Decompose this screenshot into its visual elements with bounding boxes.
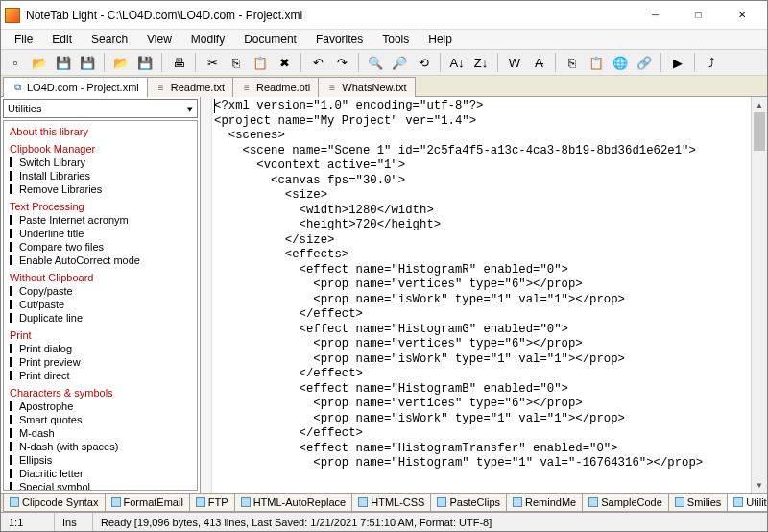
sidebar-item[interactable]: M-dash bbox=[10, 426, 191, 440]
sidebar-section-header: Characters & symbols bbox=[10, 386, 191, 399]
toolbar-strike-button[interactable]: A̶ bbox=[528, 52, 549, 73]
clipbook-tab-samplecode[interactable]: SampleCode bbox=[582, 494, 669, 512]
toolbar-run-button[interactable]: ▶ bbox=[667, 52, 688, 73]
text-editor[interactable]: <?xml version="1.0" encoding="utf-8"?> <… bbox=[201, 97, 767, 493]
menu-edit[interactable]: Edit bbox=[42, 31, 82, 48]
sidebar-item[interactable]: Print direct bbox=[10, 369, 191, 382]
status-insert-mode: Ins bbox=[55, 513, 93, 531]
sidebar-item[interactable]: Diacritic letter bbox=[10, 467, 191, 480]
toolbar-delete-button[interactable]: ✖ bbox=[274, 52, 295, 73]
menu-favorites[interactable]: Favorites bbox=[306, 31, 372, 48]
clipbook-tab-html-autoreplace[interactable]: HTML-AutoReplace bbox=[234, 494, 353, 512]
toolbar-save-button[interactable]: 💾 bbox=[53, 52, 74, 73]
sidebar-section-header: Print bbox=[10, 328, 191, 342]
clipbook-tab-remindme[interactable]: RemindMe bbox=[506, 494, 583, 512]
redo-icon: ↷ bbox=[337, 56, 348, 70]
word-icon: W bbox=[509, 56, 520, 70]
toolbar-paste-append-button[interactable]: 📋 bbox=[586, 52, 607, 73]
toolbar-find-button[interactable]: 🔍 bbox=[365, 52, 386, 73]
menu-search[interactable]: Search bbox=[82, 31, 137, 48]
menu-view[interactable]: View bbox=[137, 31, 181, 48]
clipbook-tab-clipcode syntax[interactable]: Clipcode Syntax bbox=[3, 494, 106, 512]
sidebar-item[interactable]: Install Libraries bbox=[10, 169, 191, 182]
editor-content[interactable]: <?xml version="1.0" encoding="utf-8"?> <… bbox=[214, 99, 750, 472]
sidebar-item[interactable]: Cut/paste bbox=[10, 298, 191, 311]
sidebar-item[interactable]: N-dash (with spaces) bbox=[10, 440, 191, 453]
sidebar-section-header: Text Processing bbox=[10, 200, 191, 213]
vertical-scrollbar[interactable]: ▲ ▼ bbox=[751, 97, 767, 493]
clipbook-tabs: Clipcode SyntaxFormatEmailFTPHTML-AutoRe… bbox=[1, 493, 767, 512]
sidebar-item[interactable]: Print preview bbox=[10, 355, 191, 369]
sidebar-item[interactable]: Underline title bbox=[10, 227, 191, 240]
close-button[interactable]: ✕ bbox=[720, 2, 763, 29]
sidebar-item[interactable]: Print dialog bbox=[10, 342, 191, 355]
paste-icon: 📋 bbox=[252, 56, 268, 70]
clipbook-icon bbox=[733, 497, 743, 507]
toolbar-open-fav-button[interactable]: 📂 bbox=[110, 52, 132, 73]
toolbar-separator bbox=[694, 53, 695, 72]
menu-tools[interactable]: Tools bbox=[372, 31, 419, 48]
file-tab-label: Readme.txt bbox=[171, 82, 225, 93]
toolbar-link-button[interactable]: 🔗 bbox=[634, 52, 655, 73]
toolbar-copy-append-button[interactable]: ⎘ bbox=[562, 52, 583, 73]
file-tab-0[interactable]: ⧉LO4D.com - Project.xml bbox=[3, 77, 148, 97]
sidebar-item[interactable]: Compare two files bbox=[10, 240, 191, 254]
clipbook-tab-pasteclips[interactable]: PasteClips bbox=[430, 494, 507, 512]
maximize-button[interactable]: □ bbox=[677, 2, 720, 29]
toolbar-sort-asc-button[interactable]: A↓ bbox=[446, 52, 468, 73]
toolbar-save-all-button[interactable]: 💾 bbox=[77, 52, 98, 73]
menu-help[interactable]: Help bbox=[419, 31, 462, 48]
menu-document[interactable]: Document bbox=[234, 31, 306, 48]
menu-file[interactable]: File bbox=[5, 31, 42, 48]
toolbar-web-button[interactable]: 🌐 bbox=[610, 52, 631, 73]
toolbar-open-button[interactable]: 📂 bbox=[29, 52, 50, 73]
file-tab-label: Readme.otl bbox=[256, 82, 310, 93]
sidebar-item[interactable]: Paste Internet acronym bbox=[10, 213, 191, 227]
toolbar-new-button[interactable]: ▫ bbox=[5, 52, 26, 73]
toolbar-replace-button[interactable]: ⟲ bbox=[413, 52, 434, 73]
sidebar-item[interactable]: Duplicate line bbox=[10, 311, 191, 325]
open-icon: 📂 bbox=[32, 56, 47, 70]
file-tab-1[interactable]: ≡Readme.txt bbox=[147, 77, 233, 97]
clipbook-tab-label: SampleCode bbox=[601, 496, 662, 508]
sidebar-item[interactable]: Apostrophe bbox=[10, 399, 191, 413]
sidebar-item[interactable]: Special symbol bbox=[10, 480, 191, 491]
scroll-up-arrow[interactable]: ▲ bbox=[752, 97, 767, 112]
sidebar-item[interactable]: Copy/paste bbox=[10, 284, 191, 298]
toolbar-save-fav-button[interactable]: 💾 bbox=[134, 52, 156, 73]
clipbook-tab-utilities[interactable]: Utilities bbox=[727, 494, 767, 512]
clipbook-icon bbox=[196, 497, 205, 507]
app-icon bbox=[5, 8, 20, 23]
toolbar-sort-desc-button[interactable]: Z↓ bbox=[470, 52, 492, 73]
file-tab-3[interactable]: ≡WhatsNew.txt bbox=[318, 77, 415, 97]
toolbar-exit-button[interactable]: ⤴ bbox=[701, 52, 722, 73]
toolbar-redo-button[interactable]: ↷ bbox=[331, 52, 352, 73]
toolbar-find-next-button[interactable]: 🔎 bbox=[389, 52, 410, 73]
clipbook-tab-html-css[interactable]: HTML-CSS bbox=[351, 494, 431, 512]
file-tab-2[interactable]: ≡Readme.otl bbox=[232, 77, 319, 97]
library-dropdown[interactable]: Utilities ▾ bbox=[3, 99, 198, 118]
save-all-icon: 💾 bbox=[80, 56, 95, 70]
sidebar-item[interactable]: Ellipsis bbox=[10, 453, 191, 467]
sidebar-item[interactable]: Remove Libraries bbox=[10, 182, 191, 196]
sidebar-item[interactable]: Enable AutoCorrect mode bbox=[10, 254, 191, 267]
minimize-button[interactable]: ─ bbox=[634, 2, 677, 29]
exit-icon: ⤴ bbox=[708, 56, 715, 70]
toolbar-print-button[interactable]: 🖶 bbox=[168, 52, 189, 73]
file-icon: ≡ bbox=[241, 82, 252, 93]
clipbook-tab-formatemail[interactable]: FormatEmail bbox=[105, 494, 190, 512]
toolbar-paste-button[interactable]: 📋 bbox=[250, 52, 271, 73]
toolbar-undo-button[interactable]: ↶ bbox=[307, 52, 328, 73]
clipbook-tab-label: FTP bbox=[208, 496, 228, 508]
toolbar-copy-button[interactable]: ⎘ bbox=[226, 52, 247, 73]
clipbook-tab-smilies[interactable]: Smilies bbox=[668, 494, 728, 512]
sidebar-item[interactable]: Switch Library bbox=[10, 156, 191, 169]
open-fav-icon: 📂 bbox=[113, 56, 129, 70]
scroll-down-arrow[interactable]: ▼ bbox=[752, 477, 767, 493]
clipbook-tab-ftp[interactable]: FTP bbox=[189, 494, 235, 512]
menu-modify[interactable]: Modify bbox=[181, 31, 234, 48]
toolbar-word-button[interactable]: W bbox=[504, 52, 525, 73]
scroll-thumb[interactable] bbox=[754, 112, 765, 151]
toolbar-cut-button[interactable]: ✂ bbox=[202, 52, 223, 73]
sidebar-item[interactable]: Smart quotes bbox=[10, 413, 191, 426]
